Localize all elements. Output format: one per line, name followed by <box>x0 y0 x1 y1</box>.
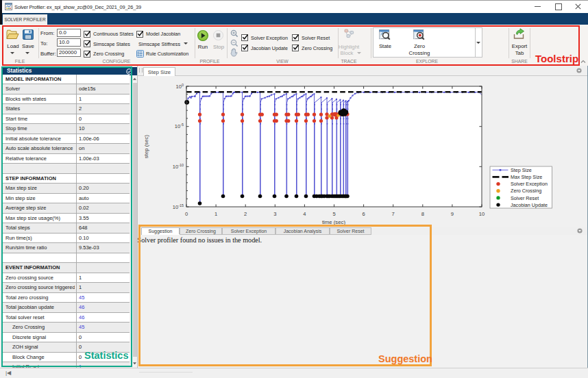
svg-text:step (sec): step (sec) <box>143 134 149 158</box>
svg-text:Solver Reset: Solver Reset <box>511 195 539 201</box>
svg-text:8: 8 <box>421 211 424 217</box>
svg-text:4: 4 <box>303 211 306 217</box>
svg-text:0: 0 <box>185 211 188 217</box>
svg-text:10: 10 <box>479 211 485 217</box>
svg-text:Step Size: Step Size <box>511 167 532 173</box>
svg-text:2: 2 <box>244 211 247 217</box>
svg-text:3: 3 <box>273 211 276 217</box>
svg-text:Max Step Size: Max Step Size <box>511 174 542 180</box>
svg-text:1: 1 <box>215 211 217 217</box>
svg-text:Zero Crossing: Zero Crossing <box>511 188 541 194</box>
svg-text:5: 5 <box>332 211 335 217</box>
svg-text:9: 9 <box>451 211 454 217</box>
svg-text:6: 6 <box>362 211 365 217</box>
svg-text:Solver Exception: Solver Exception <box>511 181 548 187</box>
svg-text:Jacobian Update: Jacobian Update <box>511 202 548 208</box>
svg-text:7: 7 <box>392 211 395 217</box>
